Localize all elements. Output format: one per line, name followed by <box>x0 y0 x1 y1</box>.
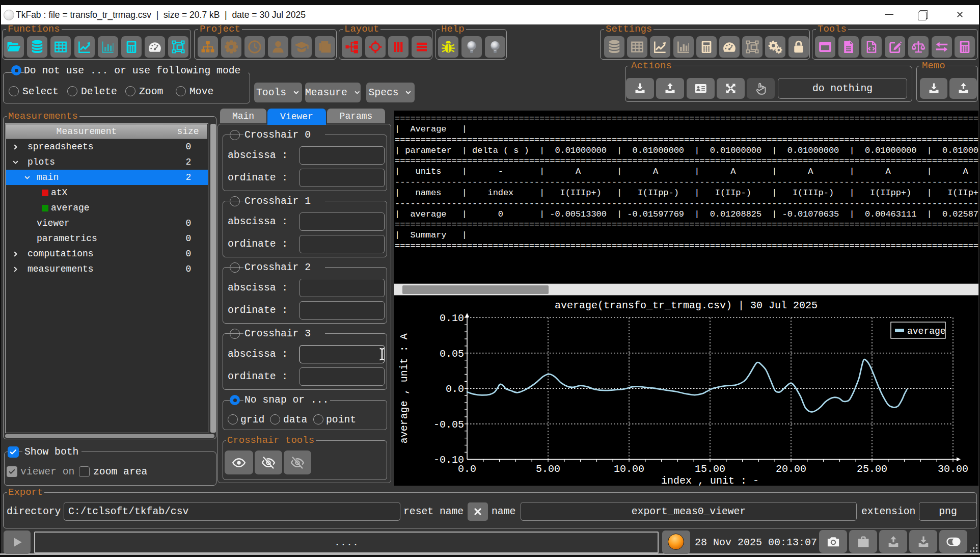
svg-text:average: average <box>907 326 946 336</box>
svg-text:-0.05: -0.05 <box>433 419 464 431</box>
svg-text:5.00: 5.00 <box>536 463 560 475</box>
svg-text:15.00: 15.00 <box>695 463 725 475</box>
svg-text:10.00: 10.00 <box>614 463 644 475</box>
svg-text:0.05: 0.05 <box>440 348 464 360</box>
svg-text:25.00: 25.00 <box>857 463 887 475</box>
svg-text:index , unit : -: index , unit : - <box>661 475 759 486</box>
svg-text:0.0: 0.0 <box>446 383 464 395</box>
svg-text:average(transfo_tr_trmag.csv): average(transfo_tr_trmag.csv) | 30 Jul 2… <box>555 300 818 311</box>
svg-text:average , unit : A: average , unit : A <box>398 333 410 443</box>
svg-text:20.00: 20.00 <box>776 463 806 475</box>
svg-text:0.0: 0.0 <box>458 463 476 475</box>
svg-text:30.00: 30.00 <box>938 463 968 475</box>
svg-text:0.10: 0.10 <box>440 312 464 324</box>
